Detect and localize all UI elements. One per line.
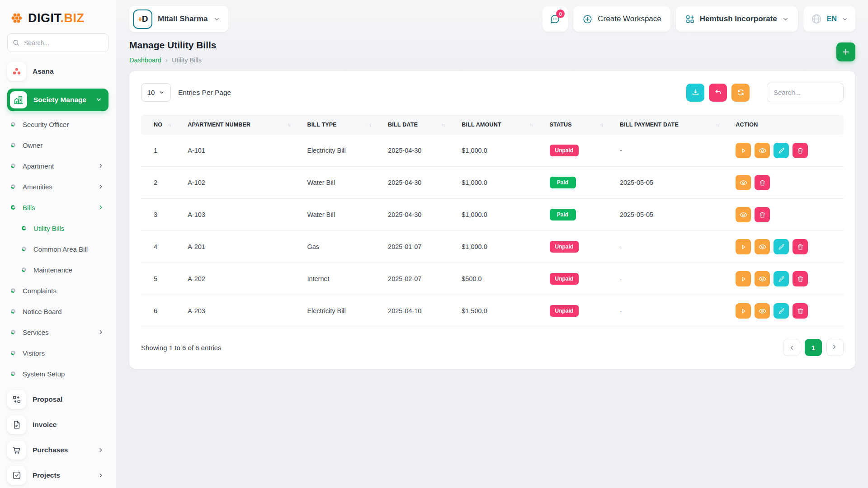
view-button[interactable]: [755, 271, 770, 286]
view-button[interactable]: [736, 207, 751, 222]
entries-per-page-select[interactable]: 10: [141, 83, 171, 102]
delete-button[interactable]: [755, 175, 770, 190]
play-icon: [740, 275, 747, 283]
sidebar-item-system-setup[interactable]: System Setup: [7, 363, 108, 384]
column-header-bill-amount[interactable]: BILL AMOUNT↑↓: [457, 115, 545, 135]
view-button[interactable]: [755, 143, 770, 158]
refresh-button[interactable]: [731, 84, 750, 102]
sidebar-item-invoice[interactable]: Invoice: [7, 412, 108, 437]
table-row: 1A-101Electricity Bill2025-04-30$1,000.0…: [141, 135, 844, 167]
sidebar-item-amenities[interactable]: Amenities: [7, 176, 108, 197]
pay-button[interactable]: [736, 239, 751, 254]
proposal-icon: [7, 390, 26, 409]
column-header-bill-date[interactable]: BILL DATE↑↓: [383, 115, 457, 135]
pay-button[interactable]: [736, 143, 751, 158]
delete-button[interactable]: [793, 271, 808, 286]
view-button[interactable]: [755, 303, 770, 319]
sort-icon[interactable]: ↑↓: [716, 122, 718, 127]
view-button[interactable]: [755, 239, 770, 254]
view-icon: [739, 178, 748, 187]
pagination-prev-button[interactable]: [783, 339, 800, 356]
status-badge: Unpaid: [550, 273, 579, 285]
chevron-down-icon: [841, 16, 848, 23]
column-label: BILL TYPE: [307, 122, 336, 128]
sidebar-item-maintenance[interactable]: Maintenance: [7, 259, 108, 280]
column-label: BILL AMOUNT: [462, 122, 501, 128]
sidebar-item-owner[interactable]: Owner: [7, 135, 108, 155]
language-selector[interactable]: EN: [803, 6, 855, 32]
column-header-bill-payment-date[interactable]: BILL PAYMENT DATE↑↓: [615, 115, 731, 135]
sidebar-item-asana[interactable]: Asana: [7, 61, 108, 81]
undo-button[interactable]: [709, 84, 727, 102]
user-menu[interactable]: D Mitali Sharma: [129, 6, 228, 32]
cell-apartment-number: A-203: [183, 295, 302, 327]
delete-button[interactable]: [793, 303, 808, 319]
sort-icon[interactable]: ↑↓: [287, 122, 290, 127]
chat-button[interactable]: 0: [542, 6, 568, 32]
edit-button[interactable]: [774, 239, 789, 254]
column-header-no[interactable]: NO↑↓: [141, 115, 183, 135]
sidebar-item-visitors[interactable]: Visitors: [7, 343, 108, 363]
sidebar-search-input[interactable]: [7, 33, 108, 52]
view-icon: [758, 243, 767, 251]
edit-button[interactable]: [774, 271, 789, 286]
avatar: D: [133, 9, 152, 29]
sidebar-item-projects[interactable]: Projects: [7, 463, 108, 488]
cell-action: [731, 167, 844, 199]
sort-icon[interactable]: ↑↓: [530, 122, 533, 127]
breadcrumb-dashboard[interactable]: Dashboard: [129, 56, 161, 64]
pagination-page-1[interactable]: 1: [805, 339, 822, 356]
sidebar-item-label: Bills: [23, 204, 35, 211]
sidebar-item-bills[interactable]: Bills: [7, 197, 108, 218]
view-button[interactable]: [736, 175, 751, 190]
sidebar-item-security-officer[interactable]: Security Officer: [7, 114, 108, 135]
edit-button[interactable]: [774, 143, 789, 158]
column-header-status[interactable]: STATUS↑↓: [545, 115, 615, 135]
table-row: 4A-201Gas2025-01-07$1,000.0Unpaid-: [141, 231, 844, 263]
sort-icon[interactable]: ↑↓: [168, 122, 170, 127]
pay-button[interactable]: [736, 271, 751, 286]
sidebar-item-label: Services: [23, 328, 49, 336]
workspace-selector[interactable]: Hemtush Incorporate: [676, 6, 798, 32]
sidebar-item-label: Invoice: [33, 421, 104, 429]
column-header-bill-type[interactable]: BILL TYPE↑↓: [302, 115, 383, 135]
sort-icon[interactable]: ↑↓: [600, 122, 603, 127]
sidebar-item-notice-board[interactable]: Notice Board: [7, 301, 108, 322]
table-search-input[interactable]: [767, 83, 844, 102]
sidebar-item-proposal[interactable]: Proposal: [7, 387, 108, 412]
cell-no: 5: [141, 263, 183, 295]
sidebar-item-purchases[interactable]: Purchases: [7, 437, 108, 463]
sort-icon[interactable]: ↑↓: [442, 122, 444, 127]
delete-button[interactable]: [793, 143, 808, 158]
cell-status: Paid: [545, 199, 615, 231]
column-header-apartment-number[interactable]: APARTMENT NUMBER↑↓: [183, 115, 302, 135]
sidebar-item-complaints[interactable]: Complaints: [7, 280, 108, 301]
sidebar-item-utility-bills[interactable]: Utility Bills: [7, 218, 108, 239]
sidebar-item-common-area-bill[interactable]: Common Area Bill: [7, 239, 108, 259]
chevron-down-icon: [213, 16, 220, 23]
chevron-left-icon: [788, 344, 795, 351]
column-header-action[interactable]: ACTION: [731, 115, 844, 135]
cell-action: [731, 135, 844, 167]
table-footer: Showing 1 to 6 of 6 entries 1: [141, 339, 844, 356]
cell-bill-type: Internet: [302, 263, 383, 295]
bullet-icon: [11, 205, 15, 210]
column-label: APARTMENT NUMBER: [188, 122, 250, 128]
add-bill-button[interactable]: [836, 42, 855, 61]
delete-icon: [797, 307, 804, 315]
sidebar-item-services[interactable]: Services: [7, 322, 108, 343]
download-icon: [691, 88, 700, 97]
pay-button[interactable]: [736, 303, 751, 319]
sidebar-item-apartment[interactable]: Apartment: [7, 155, 108, 176]
edit-button[interactable]: [774, 303, 789, 319]
delete-button[interactable]: [755, 207, 770, 222]
cell-bill-date: 2025-04-30: [383, 167, 457, 199]
sidebar-item-label: Common Area Bill: [33, 245, 88, 253]
sort-icon[interactable]: ↑↓: [368, 122, 371, 127]
create-workspace-button[interactable]: Create Workspace: [573, 6, 670, 32]
sidebar-group-society-manage[interactable]: Society Manage: [7, 89, 108, 111]
delete-button[interactable]: [793, 239, 808, 254]
export-button[interactable]: [686, 84, 704, 102]
pagination-next-button[interactable]: [826, 339, 844, 356]
cell-apartment-number: A-103: [183, 199, 302, 231]
